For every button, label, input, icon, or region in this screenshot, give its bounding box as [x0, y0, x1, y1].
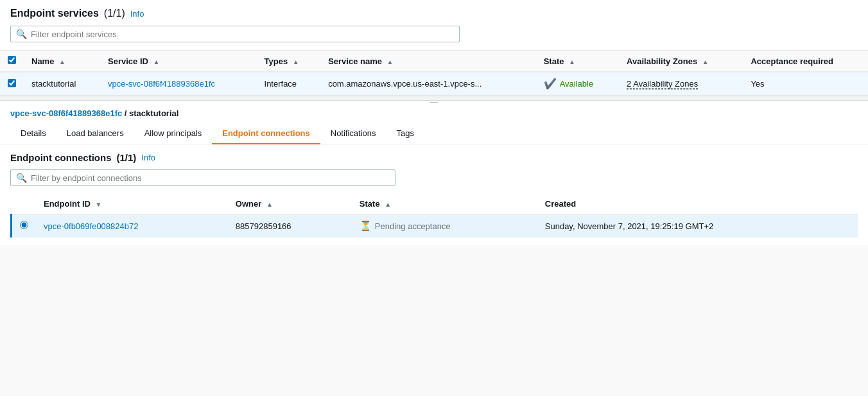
row-name: stacktutorial	[24, 72, 100, 96]
col-availability-zones: Availability Zones ▲	[619, 51, 743, 72]
connections-filter[interactable]: 🔍	[10, 169, 395, 186]
col-state: State ▲	[536, 51, 619, 72]
title-text: Endpoint services	[10, 8, 99, 19]
row-types: Interface	[257, 72, 321, 96]
pending-state-text: Pending acceptance	[375, 221, 451, 231]
row-acceptance: Yes	[743, 72, 868, 96]
col-created: Created	[537, 194, 858, 214]
endpoint-services-filter[interactable]: 🔍	[10, 26, 460, 42]
connection-owner: 885792859166	[228, 214, 352, 237]
sort-icon-endpoint-id[interactable]: ▼	[96, 201, 102, 208]
sort-icon-types[interactable]: ▲	[293, 58, 299, 65]
connections-table: Endpoint ID ▼ Owner ▲ State ▲ Created vp…	[10, 194, 858, 237]
col-types: Types ▲	[257, 51, 321, 72]
count-badge: (1/1)	[104, 8, 125, 19]
connections-title-text: Endpoint connections	[10, 152, 112, 163]
endpoint-services-table-wrapper: Name ▲ Service ID ▲ Types ▲ Service name…	[0, 51, 868, 96]
select-col	[12, 194, 37, 214]
sort-icon-owner[interactable]: ▲	[266, 201, 273, 208]
col-endpoint-id: Endpoint ID ▼	[36, 194, 228, 214]
connection-created: Sunday, November 7, 2021, 19:25:19 GMT+2	[537, 214, 858, 237]
az-value: 2 Availability Zones	[627, 79, 698, 89]
connections-thead: Endpoint ID ▼ Owner ▲ State ▲ Created	[12, 194, 858, 214]
sort-icon-state[interactable]: ▲	[569, 58, 575, 65]
service-id-link[interactable]: vpce-svc-08f6f41889368e1fc	[108, 79, 215, 89]
tab-load-balancers[interactable]: Load balancers	[56, 123, 134, 144]
row-checkbox[interactable]	[8, 79, 16, 87]
sort-icon-az[interactable]: ▲	[702, 58, 709, 65]
info-link-top[interactable]: Info	[130, 9, 144, 19]
table-row[interactable]: stacktutorial vpce-svc-08f6f41889368e1fc…	[0, 72, 868, 96]
connections-count: (1/1)	[117, 152, 137, 163]
connection-state: ⏳ Pending acceptance	[352, 214, 537, 237]
pending-icon: ⏳	[360, 220, 372, 232]
col-name: Name ▲	[24, 51, 100, 72]
resize-divider[interactable]: ⎯⎯	[0, 96, 868, 101]
connections-search-input[interactable]	[31, 173, 390, 183]
col-service-id: Service ID ▲	[100, 51, 256, 72]
connections-info-link[interactable]: Info	[141, 153, 155, 162]
endpoint-services-thead: Name ▲ Service ID ▲ Types ▲ Service name…	[0, 51, 868, 72]
endpoint-services-title: Endpoint services (1/1) Info	[10, 8, 858, 19]
row-az: 2 Availability Zones	[619, 72, 743, 96]
endpoint-services-table: Name ▲ Service ID ▲ Types ▲ Service name…	[0, 51, 868, 96]
connections-content: Endpoint connections (1/1) Info 🔍 Endpoi…	[0, 144, 868, 245]
col-service-name: Service name ▲	[320, 51, 536, 72]
row-radio-cell[interactable]	[12, 214, 37, 237]
connection-endpoint-id[interactable]: vpce-0fb069fe008824b72	[36, 214, 228, 237]
row-service-id[interactable]: vpce-svc-08f6f41889368e1fc	[100, 72, 256, 96]
connections-search-icon: 🔍	[16, 173, 27, 183]
endpoint-services-search-input[interactable]	[31, 30, 454, 39]
row-checkbox-cell[interactable]	[0, 72, 24, 96]
detail-section: vpce-svc-08f6f41889368e1fc / stacktutori…	[0, 101, 868, 245]
sort-icon-service-name[interactable]: ▲	[387, 58, 394, 65]
available-icon: ✔️	[544, 78, 557, 90]
sort-icon-name[interactable]: ▲	[59, 58, 65, 65]
connections-title: Endpoint connections (1/1) Info	[10, 152, 858, 163]
sort-icon-conn-state[interactable]: ▲	[385, 201, 391, 208]
col-owner: Owner ▲	[228, 194, 352, 214]
row-service-name: com.amazonaws.vpce.us-east-1.vpce-s...	[320, 72, 536, 96]
endpoint-services-section: Endpoint services (1/1) Info 🔍	[0, 0, 868, 51]
endpoint-id-link[interactable]: vpce-0fb069fe008824b72	[44, 221, 138, 231]
connection-row[interactable]: vpce-0fb069fe008824b72 885792859166 ⏳ Pe…	[12, 214, 858, 237]
tab-allow-principals[interactable]: Allow principals	[134, 123, 213, 144]
tabs-navigation: Details Load balancers Allow principals …	[0, 123, 868, 144]
breadcrumb-separator: /	[125, 108, 129, 118]
select-all-header[interactable]	[0, 51, 24, 72]
connections-tbody: vpce-0fb069fe008824b72 885792859166 ⏳ Pe…	[12, 214, 858, 237]
breadcrumb-name: stacktutorial	[129, 108, 178, 118]
tab-details[interactable]: Details	[10, 123, 56, 144]
connection-radio[interactable]	[20, 221, 28, 229]
search-icon: 🔍	[16, 29, 27, 39]
tab-tags[interactable]: Tags	[386, 123, 424, 144]
endpoint-services-tbody: stacktutorial vpce-svc-08f6f41889368e1fc…	[0, 72, 868, 96]
breadcrumb-service-id[interactable]: vpce-svc-08f6f41889368e1fc	[10, 108, 122, 118]
row-state: ✔️ Available	[536, 72, 619, 96]
tab-notifications[interactable]: Notifications	[320, 123, 386, 144]
sort-icon-service-id[interactable]: ▲	[153, 58, 160, 65]
select-all-checkbox[interactable]	[8, 56, 16, 64]
col-conn-state: State ▲	[352, 194, 537, 214]
state-text: Available	[560, 79, 594, 89]
tab-endpoint-connections[interactable]: Endpoint connections	[212, 123, 320, 144]
breadcrumb: vpce-svc-08f6f41889368e1fc / stacktutori…	[0, 101, 868, 118]
col-acceptance: Acceptance required	[743, 51, 868, 72]
